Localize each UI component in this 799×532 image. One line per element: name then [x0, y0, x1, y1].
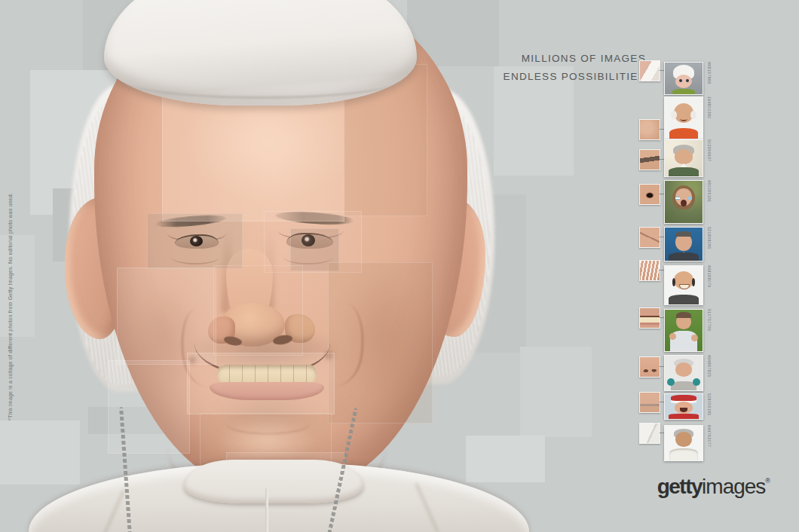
thumbnail-thumbs-up-man [664, 309, 703, 352]
thumbnail-id: 164800380 [706, 96, 712, 138]
cassock-placket [265, 488, 268, 532]
thumbnail-id: 481085181 [706, 180, 712, 222]
thumbnail-laughing-asian-man [664, 265, 703, 305]
baby-eyes-icon [679, 79, 682, 82]
headline-line-2: ENDLESS POSSIBILITIES. [504, 68, 650, 86]
crop-preview-eye [639, 184, 660, 205]
thumbnail-priest [664, 425, 703, 461]
man-face-icon [675, 149, 693, 164]
pope-collage-portrait [0, 0, 573, 532]
thumbnail-blue-background-man [664, 227, 703, 261]
thumbnail-id: 528055185 [706, 393, 712, 418]
thumbnail-id: 510757755 [706, 309, 712, 350]
priest-face-icon [675, 432, 692, 447]
thumbnail-facepaint-woman [664, 180, 703, 224]
crop-preview-smile-teeth [639, 307, 660, 329]
registered-mark: ® [765, 477, 770, 485]
smile-icon [680, 116, 687, 121]
laugh-mouth-icon [680, 408, 687, 412]
tank-top-icon [671, 381, 696, 390]
man-face-icon [675, 362, 692, 377]
white-robe-icon [669, 448, 698, 460]
crop-preview-ear [639, 260, 660, 281]
thumbnail-id: 468157868 [706, 62, 712, 93]
crop-preview-nose [639, 356, 660, 378]
disclaimer-text: *This image is a collage of different ph… [8, 226, 13, 420]
thumbnail-id: 844762077 [706, 425, 712, 460]
thumbnail-id: 498188079 [706, 265, 712, 304]
thumbnail-id: 502999637 [706, 139, 712, 176]
white-hair-icon [671, 111, 677, 119]
hair-icon [676, 312, 691, 318]
crop-preview-hat-edge [639, 60, 660, 81]
ad-canvas: *This image is a collage of different ph… [0, 0, 799, 532]
shirt-icon [670, 331, 697, 351]
collage-patch-nose [213, 265, 303, 356]
logo-bold-part: getty [657, 475, 702, 498]
thumbnail-santa-hat-man [664, 393, 703, 420]
baby-face-icon [675, 75, 692, 88]
logo-light-part: images [702, 475, 765, 498]
white-shirt-icon [679, 252, 687, 260]
collage-patch-cheek-right [328, 262, 433, 423]
thumbnail-green-sweater-man [664, 139, 703, 177]
collage-patch-cheek-left [117, 268, 216, 365]
grin-icon [679, 284, 690, 289]
thumbnail-baby [664, 62, 703, 95]
open-mouth-icon [681, 200, 687, 206]
collage-patch-eye-left [147, 213, 243, 269]
crop-preview-cheek [639, 227, 660, 248]
gettyimages-logo: gettyimages® [657, 475, 770, 499]
receding-hair-icon [675, 231, 692, 237]
crop-preview-collar-shoulder [639, 423, 660, 444]
headline: MILLIONS OF IMAGES. ENDLESS POSSIBILITIE… [504, 50, 650, 86]
thumbnail-orange-polo-man [664, 96, 703, 139]
crop-preview-eyebrow [639, 149, 660, 170]
thumbnail-id: 521898085 [706, 227, 712, 260]
santa-hat-icon [671, 395, 696, 401]
collage-patch-mouth [187, 353, 335, 414]
crop-preview-chin [639, 392, 660, 413]
thumbnail-dumbbell-man [664, 355, 703, 391]
headline-line-1: MILLIONS OF IMAGES. [504, 50, 650, 68]
shirt-collar-icon [681, 164, 687, 170]
thumbnail-id: 494887825 [706, 355, 712, 390]
crop-preview-forehead-skin [639, 119, 660, 140]
side-hair-icon [672, 278, 675, 286]
cap-band-fold [119, 59, 404, 99]
